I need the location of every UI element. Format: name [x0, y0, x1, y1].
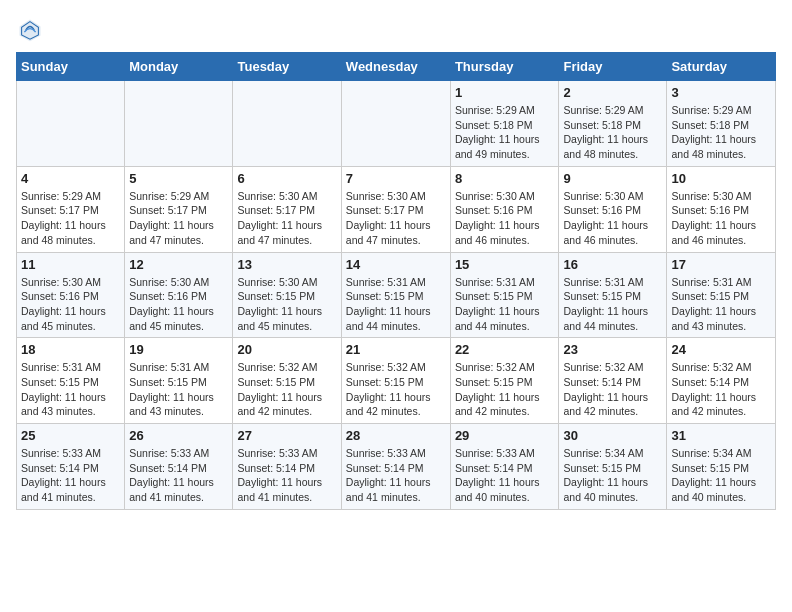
day-number: 7 [346, 171, 446, 186]
day-detail: Sunrise: 5:32 AM Sunset: 5:14 PM Dayligh… [563, 360, 662, 419]
day-detail: Sunrise: 5:33 AM Sunset: 5:14 PM Dayligh… [129, 446, 228, 505]
day-number: 4 [21, 171, 120, 186]
day-cell: 4Sunrise: 5:29 AM Sunset: 5:17 PM Daylig… [17, 166, 125, 252]
day-cell: 28Sunrise: 5:33 AM Sunset: 5:14 PM Dayli… [341, 424, 450, 510]
day-detail: Sunrise: 5:31 AM Sunset: 5:15 PM Dayligh… [563, 275, 662, 334]
day-cell: 3Sunrise: 5:29 AM Sunset: 5:18 PM Daylig… [667, 81, 776, 167]
day-header-friday: Friday [559, 53, 667, 81]
days-header-row: SundayMondayTuesdayWednesdayThursdayFrid… [17, 53, 776, 81]
day-cell: 8Sunrise: 5:30 AM Sunset: 5:16 PM Daylig… [450, 166, 559, 252]
day-detail: Sunrise: 5:31 AM Sunset: 5:15 PM Dayligh… [455, 275, 555, 334]
day-cell: 17Sunrise: 5:31 AM Sunset: 5:15 PM Dayli… [667, 252, 776, 338]
day-detail: Sunrise: 5:30 AM Sunset: 5:16 PM Dayligh… [129, 275, 228, 334]
day-cell: 1Sunrise: 5:29 AM Sunset: 5:18 PM Daylig… [450, 81, 559, 167]
day-number: 2 [563, 85, 662, 100]
day-detail: Sunrise: 5:32 AM Sunset: 5:15 PM Dayligh… [237, 360, 336, 419]
day-number: 6 [237, 171, 336, 186]
day-number: 20 [237, 342, 336, 357]
day-header-wednesday: Wednesday [341, 53, 450, 81]
day-detail: Sunrise: 5:29 AM Sunset: 5:17 PM Dayligh… [129, 189, 228, 248]
day-detail: Sunrise: 5:30 AM Sunset: 5:17 PM Dayligh… [237, 189, 336, 248]
day-detail: Sunrise: 5:31 AM Sunset: 5:15 PM Dayligh… [346, 275, 446, 334]
day-cell: 6Sunrise: 5:30 AM Sunset: 5:17 PM Daylig… [233, 166, 341, 252]
day-detail: Sunrise: 5:30 AM Sunset: 5:16 PM Dayligh… [563, 189, 662, 248]
day-cell: 13Sunrise: 5:30 AM Sunset: 5:15 PM Dayli… [233, 252, 341, 338]
day-number: 16 [563, 257, 662, 272]
day-cell: 20Sunrise: 5:32 AM Sunset: 5:15 PM Dayli… [233, 338, 341, 424]
day-number: 18 [21, 342, 120, 357]
day-cell: 24Sunrise: 5:32 AM Sunset: 5:14 PM Dayli… [667, 338, 776, 424]
day-cell [341, 81, 450, 167]
day-number: 30 [563, 428, 662, 443]
day-cell: 11Sunrise: 5:30 AM Sunset: 5:16 PM Dayli… [17, 252, 125, 338]
day-cell [125, 81, 233, 167]
day-number: 10 [671, 171, 771, 186]
day-detail: Sunrise: 5:29 AM Sunset: 5:18 PM Dayligh… [455, 103, 555, 162]
day-detail: Sunrise: 5:33 AM Sunset: 5:14 PM Dayligh… [455, 446, 555, 505]
day-cell: 10Sunrise: 5:30 AM Sunset: 5:16 PM Dayli… [667, 166, 776, 252]
day-number: 1 [455, 85, 555, 100]
day-detail: Sunrise: 5:29 AM Sunset: 5:18 PM Dayligh… [563, 103, 662, 162]
week-row-5: 25Sunrise: 5:33 AM Sunset: 5:14 PM Dayli… [17, 424, 776, 510]
day-header-saturday: Saturday [667, 53, 776, 81]
day-number: 8 [455, 171, 555, 186]
day-detail: Sunrise: 5:33 AM Sunset: 5:14 PM Dayligh… [21, 446, 120, 505]
day-cell: 30Sunrise: 5:34 AM Sunset: 5:15 PM Dayli… [559, 424, 667, 510]
week-row-3: 11Sunrise: 5:30 AM Sunset: 5:16 PM Dayli… [17, 252, 776, 338]
day-number: 25 [21, 428, 120, 443]
week-row-2: 4Sunrise: 5:29 AM Sunset: 5:17 PM Daylig… [17, 166, 776, 252]
day-number: 12 [129, 257, 228, 272]
day-number: 3 [671, 85, 771, 100]
day-detail: Sunrise: 5:33 AM Sunset: 5:14 PM Dayligh… [346, 446, 446, 505]
day-number: 17 [671, 257, 771, 272]
day-number: 21 [346, 342, 446, 357]
day-cell: 22Sunrise: 5:32 AM Sunset: 5:15 PM Dayli… [450, 338, 559, 424]
day-detail: Sunrise: 5:31 AM Sunset: 5:15 PM Dayligh… [671, 275, 771, 334]
day-number: 23 [563, 342, 662, 357]
day-detail: Sunrise: 5:30 AM Sunset: 5:16 PM Dayligh… [671, 189, 771, 248]
day-number: 29 [455, 428, 555, 443]
day-detail: Sunrise: 5:29 AM Sunset: 5:18 PM Dayligh… [671, 103, 771, 162]
day-cell: 16Sunrise: 5:31 AM Sunset: 5:15 PM Dayli… [559, 252, 667, 338]
day-number: 28 [346, 428, 446, 443]
day-cell: 31Sunrise: 5:34 AM Sunset: 5:15 PM Dayli… [667, 424, 776, 510]
day-cell: 7Sunrise: 5:30 AM Sunset: 5:17 PM Daylig… [341, 166, 450, 252]
day-detail: Sunrise: 5:32 AM Sunset: 5:15 PM Dayligh… [455, 360, 555, 419]
day-cell: 9Sunrise: 5:30 AM Sunset: 5:16 PM Daylig… [559, 166, 667, 252]
calendar-table: SundayMondayTuesdayWednesdayThursdayFrid… [16, 52, 776, 510]
day-cell: 19Sunrise: 5:31 AM Sunset: 5:15 PM Dayli… [125, 338, 233, 424]
day-detail: Sunrise: 5:30 AM Sunset: 5:15 PM Dayligh… [237, 275, 336, 334]
week-row-1: 1Sunrise: 5:29 AM Sunset: 5:18 PM Daylig… [17, 81, 776, 167]
day-cell: 18Sunrise: 5:31 AM Sunset: 5:15 PM Dayli… [17, 338, 125, 424]
day-header-sunday: Sunday [17, 53, 125, 81]
day-detail: Sunrise: 5:34 AM Sunset: 5:15 PM Dayligh… [671, 446, 771, 505]
day-cell: 5Sunrise: 5:29 AM Sunset: 5:17 PM Daylig… [125, 166, 233, 252]
day-cell: 23Sunrise: 5:32 AM Sunset: 5:14 PM Dayli… [559, 338, 667, 424]
day-header-tuesday: Tuesday [233, 53, 341, 81]
day-detail: Sunrise: 5:32 AM Sunset: 5:14 PM Dayligh… [671, 360, 771, 419]
day-detail: Sunrise: 5:31 AM Sunset: 5:15 PM Dayligh… [129, 360, 228, 419]
logo-icon [16, 16, 44, 44]
day-detail: Sunrise: 5:30 AM Sunset: 5:16 PM Dayligh… [21, 275, 120, 334]
day-cell: 21Sunrise: 5:32 AM Sunset: 5:15 PM Dayli… [341, 338, 450, 424]
day-cell: 12Sunrise: 5:30 AM Sunset: 5:16 PM Dayli… [125, 252, 233, 338]
day-number: 26 [129, 428, 228, 443]
day-number: 5 [129, 171, 228, 186]
day-cell: 14Sunrise: 5:31 AM Sunset: 5:15 PM Dayli… [341, 252, 450, 338]
day-detail: Sunrise: 5:34 AM Sunset: 5:15 PM Dayligh… [563, 446, 662, 505]
day-number: 9 [563, 171, 662, 186]
day-cell [17, 81, 125, 167]
day-number: 24 [671, 342, 771, 357]
day-cell: 15Sunrise: 5:31 AM Sunset: 5:15 PM Dayli… [450, 252, 559, 338]
calendar-body: 1Sunrise: 5:29 AM Sunset: 5:18 PM Daylig… [17, 81, 776, 510]
day-cell: 26Sunrise: 5:33 AM Sunset: 5:14 PM Dayli… [125, 424, 233, 510]
day-detail: Sunrise: 5:30 AM Sunset: 5:16 PM Dayligh… [455, 189, 555, 248]
day-detail: Sunrise: 5:32 AM Sunset: 5:15 PM Dayligh… [346, 360, 446, 419]
day-header-thursday: Thursday [450, 53, 559, 81]
day-number: 13 [237, 257, 336, 272]
day-number: 11 [21, 257, 120, 272]
day-number: 27 [237, 428, 336, 443]
day-detail: Sunrise: 5:29 AM Sunset: 5:17 PM Dayligh… [21, 189, 120, 248]
day-header-monday: Monday [125, 53, 233, 81]
day-cell: 2Sunrise: 5:29 AM Sunset: 5:18 PM Daylig… [559, 81, 667, 167]
